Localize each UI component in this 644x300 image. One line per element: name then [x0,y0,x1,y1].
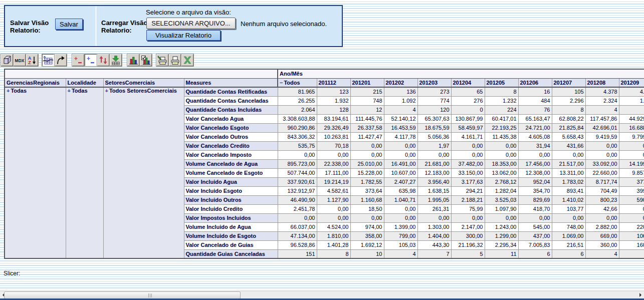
row-member-cell: +Todas [66,87,103,258]
data-cell: 44.929,7 [619,114,644,123]
measure-label: Quantidade Contas Canceladas [184,96,278,105]
data-cell: 484 [518,96,552,105]
data-cell: 1.14 [619,96,644,105]
data-cell: 11.435,38 [485,132,518,141]
data-cell: 130.867,99 [451,114,485,123]
data-cell: 1.404,00 [417,231,451,240]
suppress-empty-button[interactable]: 0 [42,54,54,66]
svg-text:+: + [74,55,78,62]
olap-navigator-button[interactable] [1,54,13,66]
data-cell: 9.799,0 [619,132,644,141]
data-cell: 704,49 [585,186,619,195]
data-cell: 2.188,21 [451,195,485,204]
view-report-button[interactable]: Visualizar Relatorio [146,30,221,41]
data-cell: 545,00 [518,222,552,231]
data-cell: 103,77 [552,204,585,213]
data-cell: 0,00 [384,150,417,159]
expand-icon[interactable]: + [68,88,71,94]
scrollbar-thumb[interactable] [4,291,241,299]
pivot-table-wrap: Ano/MêsGerenciasRegionaisLocalidadeSetor… [4,69,644,270]
expand-icon[interactable]: + [7,88,10,94]
svg-text:+: + [87,55,90,62]
pivot-table: Ano/MêsGerenciasRegionaisLocalidadeSetor… [4,69,644,259]
swap-axes-button[interactable] [55,54,67,66]
data-cell: 273 [417,87,451,96]
data-cell: 590,2 [619,195,644,204]
data-cell: 128 [317,105,350,114]
data-cell: 4.117,78 [384,132,417,141]
data-cell: 4 [384,249,417,258]
data-cell: 21.825,84 [552,123,585,132]
print-config-button[interactable] [156,54,168,66]
save-button[interactable]: Salvar [55,19,83,30]
drill-member-icon: + [73,55,84,66]
data-cell: 0,00 [552,213,585,222]
show-chart-button[interactable] [127,54,139,66]
data-cell: 5.658,43 [552,132,585,141]
drill-member-button[interactable]: + [72,54,84,66]
data-cell: 1.303,00 [417,222,451,231]
data-cell: 75,99 [451,204,485,213]
mdx-editor-button[interactable]: MDX [14,54,26,66]
data-cell: 17.456,00 [518,159,552,168]
save-view-label: Salvar Visão Relatorio: [10,19,49,34]
data-cell: 748 [350,96,384,105]
data-cell: 6 [552,249,585,258]
data-cell: 3.177,63 [451,177,485,186]
drill-replace-button[interactable] [97,54,109,66]
data-cell: 3.308.603,88 [278,114,317,123]
sort-button[interactable]: AZ [26,54,38,66]
print-pdf-button[interactable] [169,54,181,66]
data-cell: 4.03 [619,87,644,96]
svg-text:Z: Z [28,60,31,65]
data-cell: 0,00 [278,150,317,159]
data-cell: 224 [485,105,518,114]
data-cell: 774 [417,96,451,105]
data-cell: 8 [485,87,518,96]
file-prompt-label: Selecione o arquivo da visão: [146,9,231,16]
horizontal-scrollbar[interactable] [0,291,644,299]
data-cell: 21.681,00 [417,159,451,168]
drill-position-button[interactable]: + [85,54,97,66]
data-cell: 0,00 [451,141,485,150]
measure-label: Quantidade Contas Retificadas [184,87,278,96]
data-cell: 111.445,76 [350,114,384,123]
expand-icon[interactable]: + [105,88,108,94]
data-cell: 2.451,78 [278,204,317,213]
data-cell: 6 [518,249,552,258]
data-cell: 123 [317,87,350,96]
chart-config-button[interactable] [140,54,152,66]
data-cell: 21.196,32 [451,240,485,249]
data-cell: 4.605,08 [518,132,552,141]
measure-label: Valor Cancelado Esgoto [184,123,278,132]
data-cell: 1.932 [317,96,350,105]
select-file-button[interactable]: SELECIONAR ARQUIVO... [146,18,236,29]
data-cell: 0,00 [585,150,619,159]
collapse-icon[interactable]: − [280,80,283,86]
export-excel-button[interactable] [181,54,193,66]
data-cell: 47.134,00 [278,231,317,240]
drill-through-icon [110,55,121,66]
data-cell: 3.525,03 [485,195,518,204]
data-cell: 337.920,61 [278,177,317,186]
column-member-201202: 201202 [384,78,417,87]
measure-label: Valor Incluido Esgoto [184,186,278,195]
column-member-todos[interactable]: −Todos [278,78,317,87]
data-cell: 0,00 [552,150,585,159]
scroll-right-arrow-icon[interactable] [639,293,643,297]
data-cell: 1.127,90 [317,195,350,204]
data-cell: 15.228,00 [350,168,384,177]
data-cell: 1.401,28 [317,240,350,249]
data-cell: 160,0 [619,240,644,249]
data-cell: 1.299,00 [485,231,518,240]
drill-through-button[interactable] [110,54,122,66]
data-cell: 10 [350,249,384,258]
data-cell: 0,00 [384,204,417,213]
row-dimension-header-measures: Measures [184,78,278,87]
data-cell: 377,0 [619,177,644,186]
data-cell: 66.037,00 [278,222,317,231]
data-cell: 0,00 [518,213,552,222]
data-cell: 4.161,71 [451,132,485,141]
data-cell: 2.296 [552,96,585,105]
data-cell: 8 [317,249,350,258]
